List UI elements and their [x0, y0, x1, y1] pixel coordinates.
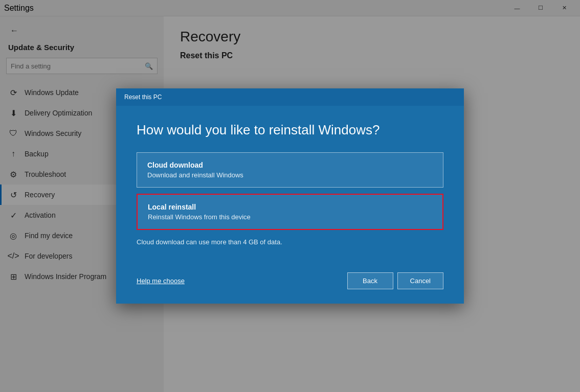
dialog-heading: How would you like to reinstall Windows?: [137, 122, 443, 138]
cancel-button[interactable]: Cancel: [397, 272, 443, 289]
cloud-download-desc: Download and reinstall Windows: [147, 171, 433, 179]
dialog-buttons: Back Cancel: [347, 272, 443, 289]
dialog-overlay: Reset this PC How would you like to rein…: [0, 0, 580, 392]
local-reinstall-desc: Reinstall Windows from this device: [148, 213, 432, 221]
back-button[interactable]: Back: [347, 272, 393, 289]
cloud-download-title: Cloud download: [147, 161, 433, 169]
local-reinstall-option[interactable]: Local reinstall Reinstall Windows from t…: [137, 194, 443, 230]
cloud-download-option[interactable]: Cloud download Download and reinstall Wi…: [137, 152, 443, 188]
help-me-choose-link[interactable]: Help me choose: [137, 277, 185, 285]
dialog-footer: Help me choose Back Cancel: [116, 260, 464, 304]
reset-dialog: Reset this PC How would you like to rein…: [116, 88, 464, 304]
local-reinstall-title: Local reinstall: [148, 203, 432, 211]
dialog-body: How would you like to reinstall Windows?…: [116, 106, 464, 260]
dialog-titlebar: Reset this PC: [116, 88, 464, 106]
dialog-note: Cloud download can use more than 4 GB of…: [137, 238, 443, 246]
